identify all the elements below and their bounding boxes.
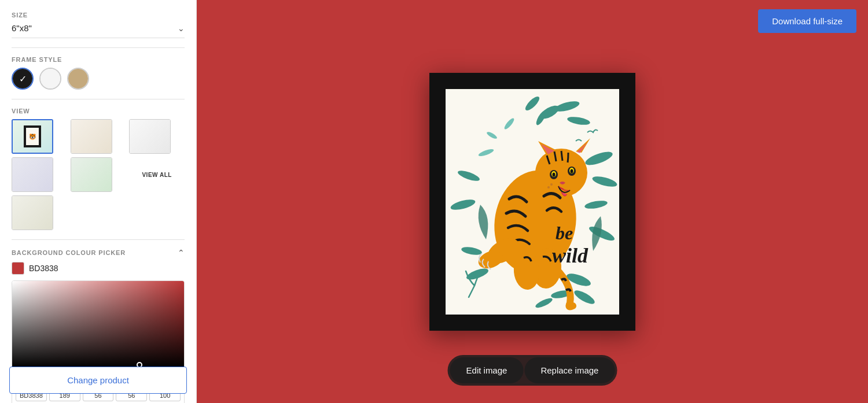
divider-3 <box>12 239 185 240</box>
view-thumb-4[interactable] <box>12 157 53 192</box>
view-thumb-5[interactable] <box>71 157 112 192</box>
sidebar: SIZE 6"x8" ⌄ FRAME STYLE ✓ VIEW <box>0 0 197 403</box>
chevron-down-icon: ⌄ <box>178 24 185 33</box>
art-canvas: be wild <box>446 89 619 315</box>
edit-image-button[interactable]: Edit image <box>450 357 524 383</box>
color-swatch[interactable] <box>12 262 24 275</box>
bg-picker-header[interactable]: BACKGROUND COLOUR PICKER ⌃ <box>12 248 185 257</box>
download-button[interactable]: Download full-size <box>758 9 856 33</box>
checkmark-icon: ✓ <box>19 73 27 84</box>
bg-color-label: BACKGROUND COLOUR PICKER <box>12 249 126 256</box>
color-gradient-canvas[interactable] <box>12 281 184 368</box>
view-all-cell[interactable]: VIEW ALL <box>129 157 185 192</box>
size-dropdown[interactable]: 6"x8" ⌄ <box>12 23 185 38</box>
svg-point-34 <box>547 186 550 188</box>
frame-option-white[interactable] <box>39 68 61 90</box>
change-product-button[interactable]: Change product <box>9 367 187 394</box>
size-section: SIZE 6"x8" ⌄ <box>12 12 185 38</box>
replace-image-button[interactable]: Replace image <box>524 357 615 383</box>
size-label: SIZE <box>12 12 185 19</box>
view-thumb-2[interactable] <box>71 119 112 154</box>
svg-text:wild: wild <box>552 244 589 267</box>
chevron-up-icon: ⌃ <box>178 248 185 257</box>
view-thumb-3[interactable] <box>129 119 171 154</box>
color-preview-row: BD3838 <box>12 262 185 275</box>
frame-option-wood[interactable] <box>67 68 89 90</box>
color-hex-display: BD3838 <box>29 264 58 273</box>
divider-2 <box>12 99 185 99</box>
framed-art: be wild <box>429 73 635 331</box>
main-canvas: Download full-size <box>197 0 868 403</box>
svg-point-31 <box>553 172 556 176</box>
view-all-label[interactable]: VIEW ALL <box>142 172 171 178</box>
frame-style-section: FRAME STYLE ✓ <box>12 56 185 90</box>
divider-1 <box>12 47 185 48</box>
svg-point-32 <box>571 169 573 173</box>
svg-text:be: be <box>556 223 573 243</box>
view-label: VIEW <box>12 108 185 114</box>
svg-point-33 <box>550 183 553 186</box>
bottom-actions: Edit image Replace image <box>448 355 617 386</box>
frame-outer: be wild <box>429 73 635 331</box>
view-thumb-1[interactable]: 🐯 <box>12 119 53 154</box>
view-section: VIEW 🐯 <box>12 108 185 230</box>
tiger-artwork: be wild <box>446 89 619 315</box>
size-value: 6"x8" <box>12 23 32 33</box>
frame-option-black[interactable]: ✓ <box>12 68 34 90</box>
view-grid: 🐯 VIEW ALL <box>12 119 185 230</box>
frame-style-label: FRAME STYLE <box>12 56 185 63</box>
frame-options: ✓ <box>12 68 185 90</box>
view-thumb-6[interactable] <box>12 195 53 230</box>
